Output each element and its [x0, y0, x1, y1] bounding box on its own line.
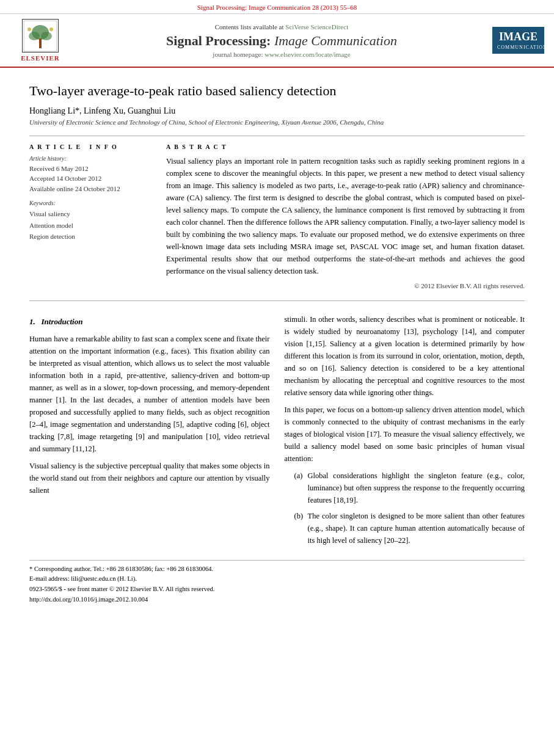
paper-body: Two-layer average-to-peak ratio based sa… [0, 68, 554, 615]
list-text-a: Global considerations highlight the sing… [308, 470, 525, 506]
paper-authors: Hongliang Li*, Linfeng Xu, Guanghui Liu [29, 106, 525, 116]
keywords-title: Keywords: [29, 200, 151, 206]
contents-text: Contents lists available at [215, 23, 285, 31]
svg-point-6 [49, 27, 53, 31]
text-col-right: stimuli. In other words, saliency descri… [285, 313, 525, 550]
text-col-left: 1. Introduction Human have a remarkable … [29, 313, 270, 550]
elsevier-label: ELSEVIER [21, 54, 60, 62]
article-history-block: Article history: Received 6 May 2012 Acc… [29, 155, 151, 194]
intro-para-3: stimuli. In other words, saliency descri… [285, 313, 525, 399]
article-info-label: A R T I C L E I N F O [29, 144, 151, 150]
article-info-col: A R T I C L E I N F O Article history: R… [29, 144, 151, 289]
keyword-2: Attention model [29, 220, 151, 231]
journal-header: ELSEVIER Contents lists available at Sci… [0, 14, 554, 68]
list-label-a: (a) [294, 470, 308, 506]
abstract-col: A B S T R A C T Visual saliency plays an… [166, 144, 525, 289]
svg-point-2 [29, 32, 40, 40]
journal-citation: Signal Processing: Image Communication 2… [197, 4, 357, 11]
main-text: 1. Introduction Human have a remarkable … [29, 313, 525, 550]
svg-point-3 [41, 32, 52, 40]
footnote-corresponding: * Corresponding author. Tel.: +86 28 618… [29, 564, 525, 575]
footnote-doi: http://dx.doi.org/10.1016/j.image.2012.1… [29, 595, 525, 605]
elsevier-logo-image [22, 19, 59, 53]
paper-affiliation: University of Electronic Science and Tec… [29, 118, 525, 126]
list-text-b: The color singleton is designed to be mo… [308, 510, 525, 547]
divider-1 [29, 136, 525, 136]
abstract-label: A B S T R A C T [166, 144, 525, 150]
section-number: 1. [29, 317, 35, 326]
intro-para-1: Human have a remarkable ability to fast … [29, 333, 270, 455]
homepage-label: journal homepage: [213, 51, 264, 58]
list-item-b: (b) The color singleton is designed to b… [294, 510, 525, 547]
section-title: Introduction [42, 317, 83, 326]
journal-badge-area: IMAGE COMMUNICATION [492, 27, 544, 54]
received-date: Received 6 May 2012 [29, 164, 151, 174]
accepted-date: Accepted 14 October 2012 [29, 173, 151, 184]
keywords-block: Keywords: Visual saliency Attention mode… [29, 200, 151, 242]
list-label-b: (b) [294, 510, 308, 547]
journal-title-bold: Signal Processing: [166, 33, 271, 48]
homepage-link[interactable]: www.elsevier.com/locate/image [264, 51, 350, 58]
svg-rect-4 [39, 38, 42, 48]
copyright: © 2012 Elsevier B.V. All rights reserved… [166, 282, 525, 289]
list-items: (a) Global considerations highlight the … [294, 470, 525, 547]
available-date: Available online 24 October 2012 [29, 184, 151, 194]
paper-title: Two-layer average-to-peak ratio based sa… [29, 82, 525, 100]
elsevier-logo: ELSEVIER [10, 19, 71, 62]
article-info-abstract: A R T I C L E I N F O Article history: R… [29, 144, 525, 289]
footnotes: * Corresponding author. Tel.: +86 28 618… [29, 560, 525, 605]
top-banner: Signal Processing: Image Communication 2… [0, 0, 554, 14]
list-item-a: (a) Global considerations highlight the … [294, 470, 525, 506]
footnote-issn: 0923-5965/$ - see front matter © 2012 El… [29, 584, 525, 595]
badge-subtitle: COMMUNICATION [497, 45, 547, 50]
keyword-1: Visual saliency [29, 208, 151, 220]
elsevier-logo-area: ELSEVIER [10, 19, 71, 62]
intro-para-4: In this paper, we focus on a bottom-up s… [285, 404, 525, 465]
intro-para-2: Visual saliency is the subjective percep… [29, 460, 270, 496]
journal-homepage: journal homepage: www.elsevier.com/locat… [71, 51, 492, 58]
divider-2 [29, 300, 525, 301]
journal-full-title: Signal Processing: Image Communication [71, 33, 492, 49]
journal-title-area: Contents lists available at SciVerse Sci… [71, 23, 492, 58]
authors-text: Hongliang Li*, Linfeng Xu, Guanghui Liu [29, 106, 175, 115]
footnote-email: E-mail address: lili@uestc.edu.cn (H. Li… [29, 574, 525, 584]
sciverse-line: Contents lists available at SciVerse Sci… [71, 23, 492, 31]
abstract-text: Visual saliency plays an important role … [166, 155, 525, 277]
journal-badge: IMAGE COMMUNICATION [492, 27, 544, 54]
badge-title: IMAGE [497, 31, 539, 43]
section-1-heading: 1. Introduction [29, 316, 270, 329]
svg-point-5 [27, 27, 31, 31]
article-history-title: Article history: [29, 155, 151, 162]
keyword-3: Region detection [29, 231, 151, 242]
sciverse-link[interactable]: SciVerse ScienceDirect [285, 23, 348, 31]
journal-title-italic: Image Communication [274, 33, 397, 48]
